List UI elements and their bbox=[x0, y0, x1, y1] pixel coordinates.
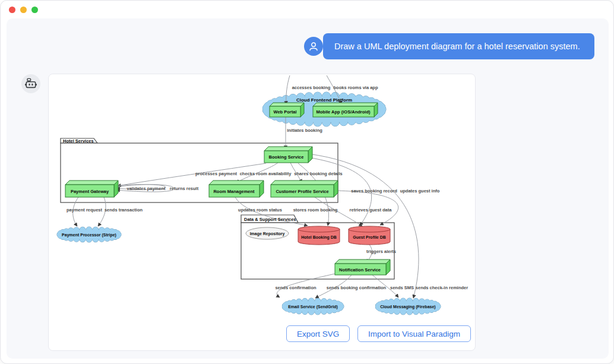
svg-text:Mobile App (iOS/Android): Mobile App (iOS/Android) bbox=[317, 109, 371, 115]
edge-label: validates payment bbox=[126, 186, 166, 191]
user-avatar bbox=[304, 37, 323, 56]
package-data-support-label: Data & Support Services bbox=[244, 217, 296, 222]
edge-label: triggers alerts bbox=[366, 249, 396, 254]
edge-label: processes payment bbox=[195, 171, 238, 176]
node-booking-service: Booking Service bbox=[264, 147, 312, 163]
svg-text:Cloud Messaging (Firebase): Cloud Messaging (Firebase) bbox=[380, 305, 435, 309]
edge-label: payment request bbox=[67, 207, 103, 213]
edge-label: books rooms via app bbox=[333, 85, 378, 90]
node-guest-profile-db: Guest Profile DB bbox=[349, 226, 390, 245]
maximize-button[interactable] bbox=[31, 7, 38, 13]
edge-label: updates guest info bbox=[400, 188, 440, 194]
edge-label: saves booking record bbox=[351, 188, 397, 194]
edge-label: sends check-in reminder bbox=[416, 285, 468, 290]
node-cloud-messaging: Cloud Messaging (Firebase) bbox=[380, 305, 435, 309]
user-message-text: Draw a UML deployment diagram for a hote… bbox=[334, 42, 580, 51]
node-image-repository: Image Repository bbox=[246, 227, 289, 239]
svg-text:Guest Profile DB: Guest Profile DB bbox=[353, 235, 386, 239]
cloud-frontend-title: Cloud Frontend Platform bbox=[296, 97, 352, 103]
import-visual-paradigm-button[interactable]: Import to Visual Paradigm bbox=[357, 325, 471, 342]
svg-text:Web Portal: Web Portal bbox=[273, 109, 296, 115]
node-notification-service: Notification Service bbox=[335, 259, 390, 275]
edge-label: sends booking confirmation bbox=[327, 285, 387, 290]
window-titlebar bbox=[1, 1, 613, 18]
edge-label: updates room status bbox=[238, 207, 282, 213]
app-window: Draw a UML deployment diagram for a hote… bbox=[0, 0, 614, 364]
edge-label: sends confirmation bbox=[275, 285, 317, 290]
svg-text:Payment Processor (Stripe): Payment Processor (Stripe) bbox=[62, 233, 116, 238]
export-svg-button[interactable]: Export SVG bbox=[286, 325, 350, 342]
close-button[interactable] bbox=[9, 7, 15, 13]
svg-text:Booking Service: Booking Service bbox=[269, 154, 304, 160]
node-hotel-booking-db: Hotel Booking DB bbox=[298, 226, 340, 245]
edge-label: shares booking details bbox=[294, 171, 342, 176]
node-web-portal: Web Portal bbox=[270, 103, 304, 117]
edge-label: returns result bbox=[170, 186, 199, 191]
minimize-button[interactable] bbox=[20, 7, 27, 13]
edge-label: initiates booking bbox=[287, 128, 322, 133]
svg-text:Payment Gateway: Payment Gateway bbox=[71, 189, 109, 194]
svg-text:Notification Service: Notification Service bbox=[339, 267, 381, 273]
edge-label: sends SMS bbox=[390, 285, 414, 290]
node-room-management: Room Management bbox=[209, 181, 264, 197]
svg-text:Hotel Booking DB: Hotel Booking DB bbox=[301, 235, 337, 240]
node-payment-processor: Payment Processor (Stripe) bbox=[62, 233, 116, 238]
diagram-card: accesses booking books rooms via app ini… bbox=[48, 74, 476, 351]
node-payment-gateway: Payment Gateway bbox=[65, 181, 118, 197]
edge-label: checks room availability bbox=[240, 171, 292, 176]
person-icon bbox=[308, 40, 319, 52]
node-mobile-app: Mobile App (iOS/Android) bbox=[313, 103, 378, 117]
svg-text:Email Service (SendGrid): Email Service (SendGrid) bbox=[288, 305, 338, 309]
robot-icon bbox=[24, 77, 37, 90]
package-hotel-services-label: Hotel Services bbox=[63, 138, 94, 144]
bot-avatar bbox=[21, 74, 40, 93]
edge-label: sends transaction bbox=[105, 207, 143, 213]
node-customer-profile-service: Customer Profile Service bbox=[271, 181, 338, 197]
svg-text:Room Management: Room Management bbox=[213, 189, 255, 194]
node-email-service: Email Service (SendGrid) bbox=[288, 305, 338, 309]
svg-text:Image Repository: Image Repository bbox=[250, 232, 285, 236]
user-message-bubble: Draw a UML deployment diagram for a hote… bbox=[323, 33, 594, 59]
edge-label: stores room booking bbox=[293, 207, 338, 213]
uml-deployment-diagram: accesses booking books rooms via app ini… bbox=[49, 74, 476, 324]
edge-label: accesses booking bbox=[292, 85, 331, 90]
svg-text:Customer Profile Service: Customer Profile Service bbox=[276, 189, 328, 194]
edge-label: retrieves guest data bbox=[350, 207, 393, 213]
